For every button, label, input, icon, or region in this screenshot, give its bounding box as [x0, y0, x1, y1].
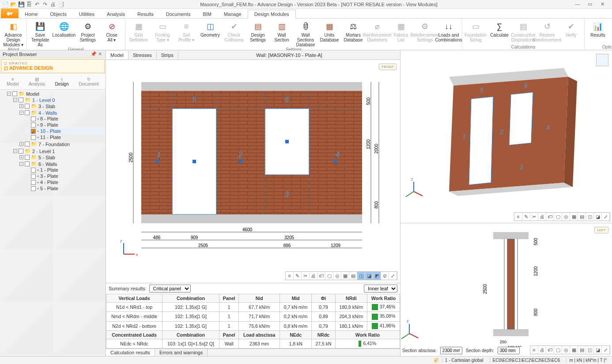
vtb-expand-icon[interactable]: ⤢	[389, 272, 397, 280]
mode-model[interactable]: ≡Model	[7, 77, 19, 86]
depth-input[interactable]	[498, 347, 520, 354]
v3tb-8[interactable]: ▦	[570, 213, 578, 221]
vstb-2[interactable]: 🖨	[538, 346, 546, 354]
vtb-grid-icon[interactable]: ▦	[341, 272, 349, 280]
wall-viewport[interactable]: FRONT	[106, 60, 400, 283]
btn-mortars-db[interactable]: ⚖MortarsDatabase	[343, 19, 364, 42]
btn-close-all[interactable]: ⊘CloseAll ▾	[101, 19, 122, 42]
app-button[interactable]: ◆▾	[1, 8, 19, 18]
vtb-box-icon[interactable]: ▢	[325, 272, 333, 280]
qat-print-icon[interactable]: 🖨	[49, 1, 57, 8]
svg-line-76	[409, 334, 418, 338]
btn-localisation[interactable]: 🌐Localisation	[53, 19, 75, 38]
tab-objects[interactable]: Objects	[44, 10, 72, 18]
mode-analysis[interactable]: ▤Analysis	[29, 77, 45, 86]
btn-save-template[interactable]: 💾SaveTemplate As	[30, 19, 51, 47]
vtb-print-icon[interactable]: 🖨	[310, 272, 317, 280]
v3tb-12[interactable]: ⤢	[602, 213, 610, 221]
leaf-select[interactable]: Inner leaf	[364, 285, 397, 293]
minimize-button[interactable]: —	[573, 1, 582, 7]
btn-units-db[interactable]: ▦UnitsDatabase	[319, 19, 340, 42]
doc-tab-model[interactable]: Model	[106, 51, 128, 59]
btn-design-settings[interactable]: ▤DesignSettings	[247, 19, 268, 42]
vtb-layers-icon[interactable]: ▤	[349, 272, 357, 280]
svg-text:x: x	[136, 252, 138, 257]
v3tb-11[interactable]: ◪	[594, 213, 602, 221]
btn-calculate[interactable]: ∑Calculate	[489, 19, 510, 38]
v3tb-5[interactable]: 🏷	[546, 213, 554, 221]
vstb-8[interactable]: ◫	[586, 346, 594, 354]
restore-button[interactable]: ▭	[586, 1, 594, 7]
vtb-view3-icon[interactable]: ◩	[373, 272, 381, 280]
v3tb-9[interactable]: ▤	[578, 213, 586, 221]
tab-design-modules[interactable]: Design Modules	[248, 10, 296, 19]
vstb-10[interactable]: ⤢	[602, 346, 610, 354]
doc-tab-stresses[interactable]: Stresses	[128, 51, 157, 59]
tab-utilities[interactable]: Utilities	[73, 10, 101, 18]
model-tree[interactable]: −📁Model −📁1 - Level 0 +📁3 - Slab −📁4 - W…	[0, 90, 106, 356]
vtb-cut-icon[interactable]: ✂	[302, 272, 310, 280]
btn-adv-modules[interactable]: ◧Advance DesignModules ▾	[3, 19, 24, 47]
view-3d[interactable]: 1 2 3 4 5 6 z ≡✎✂🖨🏷▢◎▦▤◫◪⤢	[400, 50, 612, 223]
tab-results[interactable]: Results	[131, 10, 160, 18]
svg-text:1200: 1200	[366, 139, 371, 150]
btn-reinf-settings: ⚙ReinforcementSettings	[414, 19, 435, 42]
svg-text:6: 6	[524, 82, 528, 89]
vtb-tag-icon[interactable]: 🏷	[317, 272, 325, 280]
panel-close-icon[interactable]: ✕	[97, 51, 103, 57]
qat-save-icon[interactable]: 💾	[18, 1, 25, 8]
vtb-target-icon[interactable]: ◎	[333, 272, 341, 280]
btn-results[interactable]: 📊Results	[587, 19, 608, 38]
qat-redo-icon[interactable]: ↷	[42, 1, 49, 8]
tab-documents[interactable]: Documents	[160, 10, 197, 18]
vstb-9[interactable]: ◪	[594, 346, 602, 354]
btab-errors[interactable]: Errors and warnings	[155, 349, 208, 356]
vtb-list-icon[interactable]: ≡	[286, 272, 294, 280]
btn-wall-section[interactable]: ▥WallSection	[271, 19, 292, 42]
table-row: N1d < NRd1 - top102: 1.35x[1 G]167,7 kN/…	[106, 303, 400, 312]
doc-tab-strips[interactable]: Strips	[157, 51, 178, 59]
vstb-1[interactable]: ≡	[530, 346, 538, 354]
panel-pin-icon[interactable]: 📌	[91, 51, 97, 57]
view-section[interactable]: LEFT 2500 500 1200 800 250 100 125 z	[400, 223, 612, 356]
view-cube[interactable]	[596, 54, 608, 66]
btn-loads-comb[interactable]: ↓↓Loads andCombinations	[438, 19, 459, 42]
tree-node-plate-10[interactable]: ✓▫10 - Plate	[26, 128, 105, 134]
tab-analysis[interactable]: Analysis	[101, 10, 131, 18]
v3tb-1[interactable]: ≡	[514, 213, 522, 221]
qat-export-icon[interactable]: 📑	[57, 1, 64, 8]
abscissa-input[interactable]	[440, 347, 462, 354]
mode-document[interactable]: ↻Document	[79, 77, 99, 86]
vstb-6[interactable]: ▦	[570, 346, 578, 354]
vstb-7[interactable]: ▤	[578, 346, 586, 354]
v3tb-7[interactable]: ◎	[562, 213, 570, 221]
v3tb-3[interactable]: ✂	[530, 213, 538, 221]
btn-project-settings[interactable]: ⚙ProjectSettings	[77, 19, 98, 42]
mode-design[interactable]: ⟊Design	[55, 77, 69, 86]
vtb-cross-icon[interactable]: ⊘	[381, 272, 389, 280]
vstb-4[interactable]: ▢	[554, 346, 562, 354]
qat-saveall-icon[interactable]: 🗄	[26, 1, 33, 8]
status-gizmo-icon[interactable]: 🧭	[433, 358, 438, 363]
qat-open-icon[interactable]: 📂	[10, 1, 17, 8]
btab-calc-results[interactable]: Calculation results	[106, 349, 155, 356]
tab-home[interactable]: Home	[19, 10, 44, 18]
summary-select[interactable]: Critical panel	[149, 285, 191, 293]
btn-wall-db[interactable]: 🛢Wall SectionsDatabase	[295, 19, 316, 47]
v3tb-10[interactable]: ◫	[586, 213, 594, 221]
qat-new-icon[interactable]: 📄	[2, 1, 9, 8]
qat-undo-icon[interactable]: ↶	[34, 1, 41, 8]
vtb-view2-icon[interactable]: ◪	[365, 272, 373, 280]
vtb-edit-icon[interactable]: ✎	[294, 272, 302, 280]
vtb-view1-icon[interactable]: ◫	[357, 272, 365, 280]
tab-manage[interactable]: Manage	[218, 10, 248, 18]
svg-rect-19	[334, 159, 337, 163]
vstb-5[interactable]: ◎	[562, 346, 570, 354]
v3tb-6[interactable]: ▢	[554, 213, 562, 221]
btn-geometry[interactable]: ◫Geometry	[200, 19, 221, 38]
vstb-3[interactable]: 🏷	[546, 346, 554, 354]
tab-bim[interactable]: BIM	[196, 10, 218, 18]
v3tb-2[interactable]: ✎	[522, 213, 530, 221]
close-button[interactable]: ✕	[598, 1, 607, 7]
v3tb-4[interactable]: 🖨	[538, 213, 546, 221]
